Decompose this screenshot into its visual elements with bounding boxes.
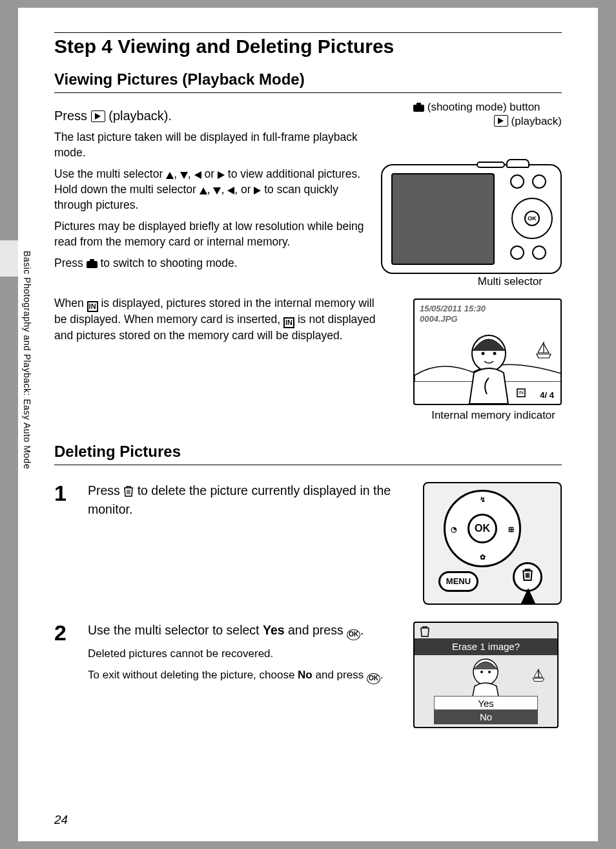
multi-selector-label: Multi selector [381, 275, 542, 288]
step-1-figure: OK ↯ ✿ ◔ ⊞ MENU [413, 482, 562, 605]
viewing-fig-col: (shooting mode) button (playback) OK Mul… [381, 100, 562, 289]
step-number: 2 [54, 622, 76, 728]
sailboat-icon [531, 668, 546, 686]
step-2-body: Use the multi selector to select Yes and… [88, 622, 402, 728]
menu-button [510, 246, 524, 260]
trash-icon [420, 625, 430, 640]
multi-selector: OK ↯ ✿ ◔ ⊞ [444, 490, 521, 567]
arrow-up-icon [200, 187, 207, 194]
viewing-text-col: Press (playback). The last picture taken… [54, 100, 368, 289]
page-title: Step 4 Viewing and Deleting Pictures [54, 36, 562, 58]
playback-button [532, 174, 546, 189]
sailboat-icon [535, 341, 553, 363]
internal-memory-indicator: IN [517, 388, 526, 397]
playback-icon [91, 110, 105, 122]
svg-point-2 [493, 352, 497, 355]
menu-button: MENU [438, 571, 478, 592]
section-deleting-title: Deleting Pictures [54, 443, 562, 461]
internal-mem-row: When IN is displayed, pictures stored in… [54, 289, 562, 423]
p-lastpic: The last picture taken will be displayed… [54, 130, 368, 160]
playback-screen-illustration: 15/05/2011 15:30 0004.JPG IN 4/ [413, 299, 562, 405]
ok-icon: OK [347, 629, 360, 640]
ok-button: OK [524, 211, 540, 226]
arrow-right-icon [218, 171, 225, 179]
dpad-right-icon: ⊞ [508, 525, 514, 534]
shutter-button [506, 159, 529, 168]
pointer-arrow-icon [520, 588, 536, 605]
svg-point-11 [488, 671, 491, 673]
viewing-row: Press (playback). The last picture taken… [54, 100, 562, 289]
date-stamp: 15/05/2011 15:30 [420, 304, 486, 313]
person-icon [460, 333, 518, 404]
arrow-down-icon [213, 187, 221, 194]
p-cannot-recover: Deleted pictures cannot be recovered. [88, 647, 402, 662]
side-tab [0, 240, 18, 277]
arrow-up-icon [166, 172, 174, 179]
ok-button: OK [467, 514, 497, 543]
manual-page: Basic Photography and Playback: Easy Aut… [18, 8, 598, 841]
step-1: 1 Press to delete the picture currently … [54, 482, 562, 605]
camera-icon [413, 103, 424, 112]
shooting-mode-button [510, 174, 524, 189]
svg-point-1 [482, 352, 485, 355]
camera-back-illustration: OK [381, 164, 562, 274]
ok-icon: OK [367, 673, 380, 684]
internal-memory-indicator-label: Internal memory indicator [400, 409, 555, 422]
zoom-control [477, 162, 505, 168]
page-number: 24 [54, 813, 68, 827]
press-heading: Press (playback). [54, 109, 368, 123]
delete-button [532, 246, 546, 260]
dialog-option-no: No [434, 710, 538, 724]
dialog-option-yes: Yes [434, 696, 538, 710]
step-number: 1 [54, 482, 76, 605]
internal-mem-fig: 15/05/2011 15:30 0004.JPG IN 4/ [400, 289, 562, 423]
p-shootmode: Press to switch to shooting mode. [54, 256, 368, 271]
arrow-right-icon [254, 187, 261, 194]
internal-mem-text: When IN is displayed, pictures stored in… [54, 289, 387, 423]
playback-button-label: (playback) [381, 115, 562, 128]
image-count: 4/ 4 [540, 390, 554, 400]
button-closeup-illustration: OK ↯ ✿ ◔ ⊞ MENU [423, 482, 562, 605]
section-viewing-rule [54, 92, 562, 93]
dpad-down-icon: ✿ [480, 553, 486, 561]
p-multiselector: Use the multi selector , , or to view ad… [54, 167, 368, 213]
step-1-body: Press to delete the picture currently di… [88, 482, 402, 605]
section-viewing-title: Viewing Pictures (Playback Mode) [54, 70, 562, 89]
p-lowres: Pictures may be displayed briefly at low… [54, 219, 368, 249]
shooting-mode-label: (shooting mode) button [413, 101, 562, 114]
erase-dialog-illustration: Erase 1 image? Yes No [413, 622, 559, 728]
camera-screen [391, 173, 495, 265]
p-exit: To exit without deleting the picture, ch… [88, 668, 402, 684]
step-2: 2 Use the multi selector to select Yes a… [54, 622, 562, 728]
step-2-figure: Erase 1 image? Yes No [413, 622, 562, 728]
arrow-left-icon [227, 187, 234, 194]
arrow-left-icon [194, 171, 201, 179]
svg-point-10 [480, 671, 483, 673]
multi-selector: OK [511, 198, 553, 239]
dpad-left-icon: ◔ [451, 525, 457, 534]
dpad-up-icon: ↯ [480, 496, 486, 504]
section-deleting-rule [54, 465, 562, 465]
playback-icon [494, 115, 508, 127]
trash-icon [123, 484, 134, 501]
internal-memory-icon: IN [283, 317, 294, 328]
top-rule [54, 32, 562, 33]
internal-memory-icon: IN [87, 301, 98, 312]
arrow-down-icon [180, 172, 188, 179]
camera-icon [87, 259, 98, 268]
side-tab-text: Basic Photography and Playback: Easy Aut… [22, 251, 32, 469]
dialog-title: Erase 1 image? [415, 638, 557, 655]
file-name: 0004.JPG [420, 314, 458, 324]
